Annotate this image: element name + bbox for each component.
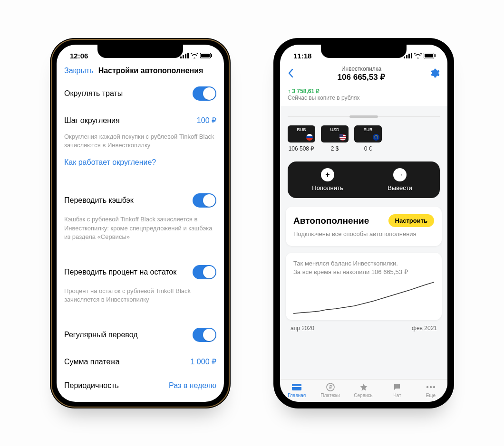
more-icon (414, 382, 447, 392)
round-spending-label: Округлять траты (64, 89, 123, 98)
svg-rect-3 (187, 53, 189, 58)
star-icon (347, 382, 380, 392)
close-button[interactable]: Закрыть (64, 66, 94, 75)
currency-rub[interactable]: RUB 106 508 ₽ (288, 125, 315, 152)
currency-code: RUB (290, 127, 313, 132)
currency-amount: 0 € (354, 145, 382, 152)
wifi-icon (191, 53, 198, 58)
chart-text-1: Так менялся баланс Инвесткопилки. (293, 259, 434, 268)
interest-toggle[interactable] (193, 265, 216, 279)
tab-more[interactable]: Еще (414, 382, 447, 398)
autopay-card: Автопополнение Настроить Подключены все … (286, 207, 442, 246)
gain-amount: 3 758,61 ₽ (288, 88, 440, 95)
autopay-configure-button[interactable]: Настроить (388, 214, 434, 227)
gear-icon (429, 68, 440, 78)
account-name: Инвесткопилка (293, 66, 429, 72)
interest-desc: Процент на остаток с рублевой Tinkoff Bl… (57, 287, 224, 311)
flag-eu-icon (373, 134, 379, 141)
page-title: Настройки автопополнения (98, 66, 204, 75)
row-interest: Переводить процент на остаток (57, 257, 224, 287)
cashback-toggle[interactable] (193, 193, 216, 208)
tab-label: Сервисы (347, 393, 380, 398)
screen-investkopilka: 11:18 Инвесткопилка 106 665,53 ₽ 3 758,6… (280, 45, 447, 402)
round-how-link[interactable]: Как работает округление? (57, 156, 224, 176)
svg-rect-15 (292, 386, 301, 387)
row-amount[interactable]: Сумма платежа 1 000 ₽ (57, 350, 224, 374)
plus-icon: + (321, 168, 334, 181)
tab-bar: Главная ₽ Платежи Сервисы Чат Еще (280, 379, 447, 402)
chat-icon (380, 382, 414, 392)
currency-list: RUB 106 508 ₽ USD 2 $ EUR 0 € (280, 125, 447, 152)
screen-settings: 12:06 Закрыть Настройки автопополнения О… (57, 45, 224, 402)
arrow-right-icon: → (393, 168, 407, 181)
chart-dates: апр 2020 фев 2021 (280, 320, 447, 334)
row-round-step[interactable]: Шаг округления 100 ₽ (57, 108, 224, 133)
currency-eur[interactable]: EUR 0 € (354, 125, 382, 152)
chevron-left-icon (288, 68, 293, 78)
status-icons (180, 53, 213, 58)
interest-label: Переводить процент на остаток (64, 268, 176, 276)
phone-settings: 12:06 Закрыть Настройки автопополнения О… (50, 38, 231, 408)
balance-chart-card: Так менялся баланс Инвесткопилки. За все… (286, 253, 442, 320)
round-desc: Округления каждой покупки с рублевой Tin… (57, 133, 224, 156)
svg-rect-1 (183, 55, 184, 58)
svg-rect-9 (408, 54, 410, 58)
battery-icon (200, 53, 213, 58)
row-period[interactable]: Периодичность Раз в неделю (57, 374, 224, 398)
round-step-label: Шаг округления (64, 116, 120, 125)
navbar: Инвесткопилка 106 665,53 ₽ (280, 64, 447, 85)
add-funds-label: Пополнить (291, 184, 364, 191)
settings-button[interactable] (429, 68, 440, 80)
svg-rect-0 (180, 57, 182, 58)
action-box: + Пополнить → Вывести (288, 161, 440, 198)
tab-services[interactable]: Сервисы (347, 382, 380, 398)
battery-icon (424, 53, 436, 58)
svg-rect-13 (435, 54, 436, 57)
withdraw-label: Вывести (364, 184, 436, 191)
svg-rect-7 (404, 57, 405, 58)
tab-label: Чат (380, 393, 414, 398)
tab-label: Главная (280, 393, 313, 398)
date-to: фев 2021 (412, 325, 437, 332)
card-icon (280, 382, 313, 392)
currency-code: EUR (357, 127, 379, 132)
svg-rect-10 (411, 53, 412, 58)
balance-line-chart (293, 281, 434, 314)
currency-amount: 2 $ (321, 145, 349, 152)
notch (97, 45, 183, 58)
cashback-label: Переводить кэшбэк (64, 196, 134, 205)
period-label: Периодичность (64, 381, 119, 390)
amount-label: Сумма платежа (64, 358, 120, 366)
row-day[interactable]: День Четверг (57, 398, 224, 402)
round-step-value: 100 ₽ (197, 116, 216, 125)
tab-main[interactable]: Главная (280, 382, 313, 398)
chart-text-2: За все время вы накопили 106 665,53 ₽ (293, 268, 434, 276)
add-funds-button[interactable]: + Пополнить (291, 168, 364, 191)
autopay-subtitle: Подключены все способы автопополнения (293, 230, 434, 238)
drag-handle[interactable] (288, 116, 440, 117)
phone-investkopilka: 11:18 Инвесткопилка 106 665,53 ₽ 3 758,6… (273, 38, 454, 408)
currency-code: USD (323, 127, 346, 132)
ruble-icon: ₽ (313, 382, 347, 392)
flag-us-icon (339, 134, 346, 141)
amount-value: 1 000 ₽ (191, 357, 216, 366)
currency-usd[interactable]: USD 2 $ (321, 125, 349, 152)
svg-point-19 (430, 386, 432, 388)
svg-text:₽: ₽ (329, 384, 332, 390)
tab-label: Еще (414, 393, 447, 398)
tab-payments[interactable]: ₽ Платежи (313, 382, 347, 398)
round-spending-toggle[interactable] (193, 86, 216, 101)
row-round-spending: Округлять траты (57, 79, 224, 108)
back-button[interactable] (288, 67, 293, 81)
navbar: Закрыть Настройки автопополнения (57, 64, 224, 79)
svg-rect-12 (425, 54, 433, 57)
withdraw-button[interactable]: → Вывести (364, 168, 436, 191)
wifi-icon (414, 53, 422, 58)
status-time: 12:06 (70, 52, 88, 60)
regular-toggle[interactable] (193, 328, 216, 342)
notch (321, 45, 407, 58)
tab-chat[interactable]: Чат (380, 382, 414, 398)
row-regular: Регулярный перевод (57, 320, 224, 350)
flag-ru-icon (306, 134, 313, 141)
svg-point-18 (426, 386, 428, 388)
